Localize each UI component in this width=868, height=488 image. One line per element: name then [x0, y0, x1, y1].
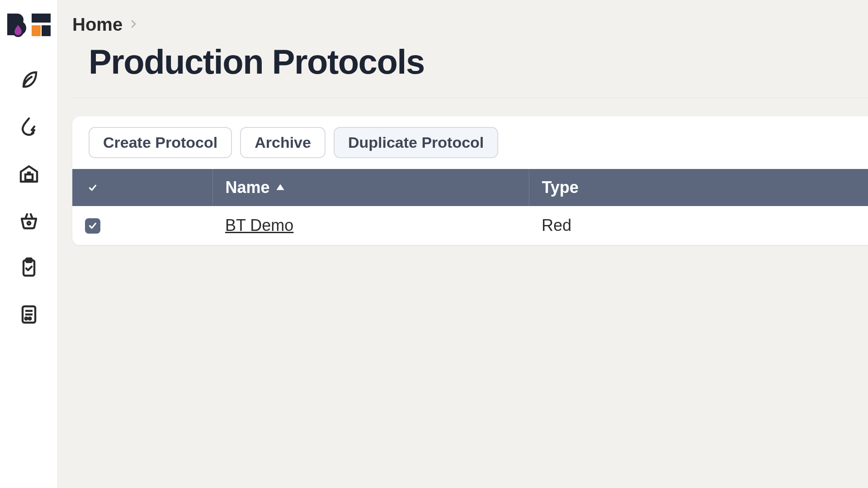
breadcrumb: Home	[72, 14, 868, 35]
table-row: BT Demo Red	[72, 206, 868, 245]
svg-rect-3	[25, 174, 33, 180]
svg-point-4	[27, 222, 30, 225]
page-title: Production Protocols	[89, 42, 868, 81]
column-type-label: Type	[542, 178, 579, 197]
clipboard-check-icon[interactable]	[16, 255, 42, 280]
warehouse-icon[interactable]	[16, 161, 42, 186]
column-select	[72, 169, 212, 206]
protocol-type: Red	[542, 216, 571, 235]
column-name[interactable]: Name	[212, 169, 529, 206]
column-name-label: Name	[226, 178, 270, 197]
basket-icon[interactable]	[16, 208, 42, 233]
svg-point-9	[28, 318, 31, 320]
breadcrumb-home[interactable]: Home	[72, 14, 123, 35]
toolbar: Create Protocol Archive Duplicate Protoc…	[72, 127, 868, 169]
archive-button[interactable]: Archive	[240, 127, 326, 158]
select-all-checkbox[interactable]	[85, 180, 100, 196]
leaf-icon[interactable]	[16, 67, 42, 92]
sidebar	[0, 0, 58, 488]
drop-bolt-icon[interactable]	[16, 114, 42, 139]
logo[interactable]	[5, 11, 52, 38]
main-content: Home Production Protocols Create Protoco…	[58, 0, 868, 488]
svg-rect-0	[32, 14, 51, 23]
protocol-name-link[interactable]: BT Demo	[225, 216, 293, 235]
protocols-table: Name Type	[72, 169, 868, 245]
svg-rect-2	[42, 25, 51, 36]
duplicate-protocol-button[interactable]: Duplicate Protocol	[334, 127, 498, 158]
column-type[interactable]: Type	[529, 169, 868, 206]
divider	[72, 98, 868, 98]
svg-rect-1	[32, 25, 41, 36]
svg-point-8	[25, 318, 27, 320]
chevron-right-icon	[128, 19, 139, 31]
content-panel: Create Protocol Archive Duplicate Protoc…	[72, 116, 868, 245]
table-header-row: Name Type	[72, 169, 868, 206]
row-checkbox[interactable]	[85, 218, 100, 234]
report-icon[interactable]	[16, 302, 42, 327]
sort-asc-icon	[274, 178, 286, 197]
create-protocol-button[interactable]: Create Protocol	[89, 127, 232, 158]
